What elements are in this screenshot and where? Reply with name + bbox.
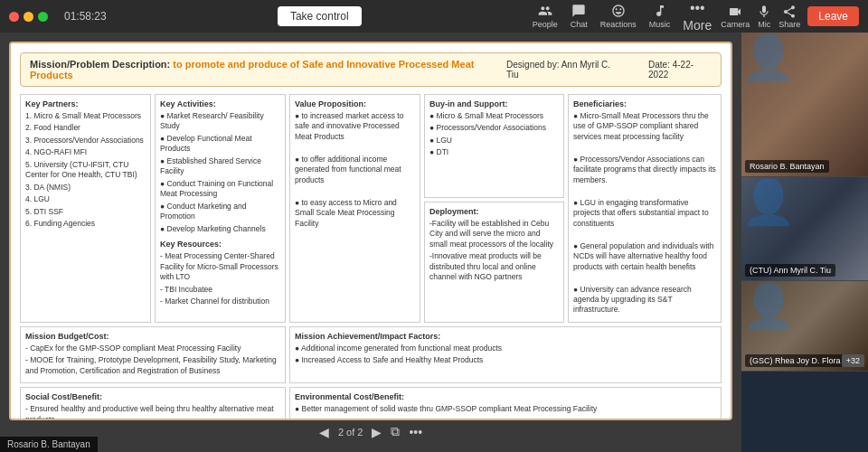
reactions-icon[interactable]: Reactions: [600, 4, 637, 29]
chat-icon[interactable]: Chat: [571, 4, 588, 29]
mission-achievement-content: ● Additional income generated from funct…: [295, 344, 716, 366]
value-proposition-content: ● to increased market access to safe and…: [295, 111, 415, 229]
buy-in-content: ● Micro & Small Meat Processors ● Proces…: [429, 111, 559, 158]
participant-video-3: 👤 (GSC) Rhea Joy D. Flora +32: [741, 281, 868, 372]
deployment-title: Deployment:: [429, 207, 559, 216]
main-content: Mission/Problem Description: to promote …: [0, 33, 868, 452]
key-activities-title: Key Activities:: [160, 99, 280, 108]
copy-button[interactable]: ⧉: [391, 424, 400, 439]
mic-button[interactable]: Mic: [757, 5, 771, 29]
prev-page-button[interactable]: ◀: [319, 425, 329, 439]
key-resources-content: - Meat Processing Center-Shared Facility…: [160, 251, 280, 306]
beneficiaries-title: Beneficiaries:: [573, 99, 716, 108]
slide-date: Date: 4-22-2022: [648, 60, 712, 80]
social-cost-title: Social Cost/Benefit:: [25, 392, 280, 401]
value-proposition-cell: Value Proposition: ● to increased market…: [289, 94, 420, 323]
minimize-button[interactable]: [24, 12, 33, 22]
camera-button[interactable]: Camera: [721, 5, 750, 29]
key-resources-title: Key Resources:: [160, 240, 280, 249]
buy-in-cell: Buy-in and Support: ● Micro & Small Meat…: [424, 94, 564, 198]
participant-name-1: Rosario B. Bantayan: [745, 160, 829, 173]
share-button[interactable]: Share: [778, 5, 800, 29]
participant-video-bg-1: 👤: [741, 33, 868, 176]
timer-display: 01:58:23: [64, 10, 107, 23]
environmental-cost-cell: Environmental Cost/Benefit: ● Better man…: [289, 387, 722, 420]
leave-button[interactable]: Leave: [807, 6, 859, 26]
call-controls: Camera Mic Share Leave: [721, 5, 859, 29]
participant-name-2: (CTU) Ann Myril C. Tiu: [745, 264, 835, 277]
more-options-button[interactable]: •••: [409, 425, 422, 439]
mission-achievement-cell: Mission Achievement/Impact Factors: ● Ad…: [289, 326, 722, 383]
key-partners-title: Key Partners:: [25, 99, 146, 108]
presentation-area: Mission/Problem Description: to promote …: [0, 33, 741, 452]
buy-in-title: Buy-in and Support:: [429, 99, 559, 108]
social-cost-content: - Ensured healthy and productive well be…: [25, 404, 280, 420]
music-icon[interactable]: Music: [649, 4, 671, 29]
slide-title: Mission/Problem Description: to promote …: [30, 59, 506, 80]
close-button[interactable]: [9, 12, 19, 22]
take-control-button[interactable]: Take control: [278, 6, 362, 26]
people-icon[interactable]: People: [533, 4, 558, 29]
environmental-cost-content: ● Better management of solid waste thru …: [295, 404, 716, 414]
top-bar-center: Take control: [107, 6, 533, 26]
participant-video-2: 👤 (CTU) Ann Myril C. Tiu: [741, 177, 868, 281]
window-controls: [9, 12, 48, 22]
participant-video-1: 👤 Rosario B. Bantayan: [741, 33, 868, 177]
slide-header: Mission/Problem Description: to promote …: [20, 52, 722, 87]
top-bar: 01:58:23 Take control People Chat Reacti…: [0, 0, 868, 33]
fullscreen-button[interactable]: [38, 12, 48, 22]
next-page-button[interactable]: ▶: [372, 425, 382, 439]
bottom-status-bar: Rosario B. Bantayan: [0, 437, 98, 452]
slide-designer: Designed by: Ann Myril C. Tiu: [506, 60, 621, 80]
key-partners-content: 1. Micro & Small Meat Processors 2. Food…: [25, 111, 146, 230]
environmental-cost-title: Environmental Cost/Benefit:: [295, 392, 716, 401]
more-icon[interactable]: ••• More: [683, 0, 712, 33]
value-proposition-title: Value Proposition:: [295, 99, 415, 108]
beneficiaries-cell: Beneficiaries: ● Micro-Small Meat Proces…: [568, 94, 722, 323]
slide: Mission/Problem Description: to promote …: [9, 42, 732, 420]
mission-budget-title: Mission Budget/Cost:: [25, 332, 280, 341]
participant-name-3: (GSC) Rhea Joy D. Flora: [745, 354, 845, 367]
mission-budget-cell: Mission Budget/Cost: - CapEx for the GMP…: [20, 326, 286, 383]
bottom-bar: ◀ 2 of 2 ▶ ⧉ •••: [9, 420, 732, 443]
mission-budget-content: - CapEx for the GMP-SSOP compliant Meat …: [25, 344, 280, 376]
key-activities-cell: Key Activities: ● Market Research/ Feasi…: [155, 94, 286, 323]
beneficiaries-content: ● Micro-Small Meat Processors thru the u…: [573, 111, 716, 315]
meeting-icons: People Chat Reactions Music ••• More: [533, 0, 712, 33]
deployment-cell: Deployment: -Facility will be establishe…: [424, 202, 564, 323]
mission-achievement-title: Mission Achievement/Impact Factors:: [295, 332, 716, 341]
social-cost-cell: Social Cost/Benefit: - Ensured healthy a…: [20, 387, 286, 420]
key-partners-cell: Key Partners: 1. Micro & Small Meat Proc…: [20, 94, 151, 323]
slide-content-grid: Key Partners: 1. Micro & Small Meat Proc…: [20, 94, 722, 420]
page-indicator: 2 of 2: [338, 427, 363, 438]
key-activities-content: ● Market Research/ Feasibility Study ● D…: [160, 111, 280, 234]
participants-sidebar: Level 👤 Rosario B. Bantayan 👤 (CTU) Ann …: [741, 33, 868, 452]
deployment-content: -Facility will be established in Cebu Ci…: [429, 219, 559, 283]
current-speaker-name: Rosario B. Bantayan: [7, 439, 90, 449]
participant-badge-3: +32: [842, 354, 864, 367]
